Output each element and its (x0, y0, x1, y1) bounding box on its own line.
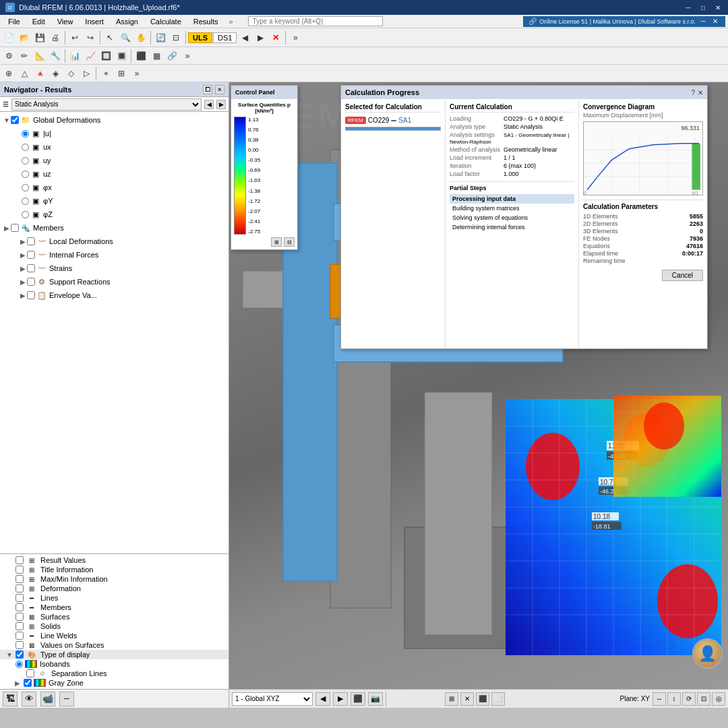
search-input[interactable] (248, 16, 383, 26)
cancel-button[interactable]: Cancel (662, 270, 703, 281)
tb2-6[interactable]: 📈 (83, 49, 98, 63)
cb-strains[interactable] (27, 264, 35, 272)
tb2-9[interactable]: ⬛ (133, 49, 148, 63)
status-center-3[interactable]: ⬛ (476, 692, 489, 706)
maximize-btn[interactable]: □ (698, 3, 708, 12)
tb2-4[interactable]: 🔧 (48, 49, 63, 63)
disp-deformation[interactable]: ⊞ Deformation (0, 584, 229, 593)
cb-maxmin[interactable] (16, 575, 24, 583)
menu-results[interactable]: Results (188, 16, 224, 27)
cb-values-surf[interactable] (16, 641, 24, 649)
disp-sep-lines[interactable]: ⊘ Separation Lines (0, 669, 229, 678)
tree-phiz[interactable]: ▣ φZ (0, 208, 229, 221)
nav-bottom-3[interactable]: 📹 (40, 692, 55, 706)
tree-envelope[interactable]: ▶ 📋 Envelope Va... (0, 289, 229, 302)
toggle-int-forces[interactable]: ▶ (19, 251, 27, 259)
cb-deformation[interactable] (16, 584, 24, 593)
status-center-2[interactable]: ✕ (460, 692, 474, 706)
rotate-btn[interactable]: 🔄 (153, 30, 168, 45)
disp-maxmin-info[interactable]: ⊞ Max/Min Information (0, 574, 229, 584)
cb-support[interactable] (27, 278, 35, 286)
prev-load[interactable]: ◀ (237, 30, 252, 45)
disp-lines[interactable]: ━ Lines (0, 593, 229, 603)
fit-btn[interactable]: ⊡ (169, 30, 183, 45)
radio-uy[interactable] (22, 157, 29, 164)
nav-next-btn[interactable]: ▶ (216, 100, 226, 109)
online-close[interactable]: ✕ (710, 17, 720, 26)
toggle-global-def[interactable]: ▼ (3, 116, 11, 124)
tb3-1[interactable]: ⊕ (1, 66, 16, 81)
calc-close-btn[interactable]: ✕ (698, 89, 703, 96)
status-right-4[interactable]: ⊡ (697, 692, 710, 706)
step-solving[interactable]: Solving system of equations (450, 213, 574, 222)
menu-assign[interactable]: Assign (111, 16, 144, 27)
cp-btn-1[interactable]: ⊞ (271, 237, 282, 247)
tree-global-deformations[interactable]: ▼ 📁 Global Deformations (0, 113, 229, 127)
radio-u-abs[interactable] (22, 130, 29, 138)
tb3-2[interactable]: △ (17, 66, 32, 81)
tb3-3[interactable]: 🔺 (32, 66, 47, 81)
cb-line-welds[interactable] (16, 632, 24, 640)
nav-bottom-1[interactable]: 🏗 (3, 692, 18, 706)
select-btn[interactable]: ↖ (102, 30, 117, 45)
tb2-3[interactable]: 📐 (32, 49, 47, 63)
undo-btn[interactable]: ↩ (67, 30, 82, 45)
nav-restore-btn[interactable]: ⧠ (203, 85, 212, 94)
cb-lines[interactable] (16, 594, 24, 602)
status-nav-btn1[interactable]: ◀ (315, 692, 330, 706)
step-building[interactable]: Building system matrices (450, 204, 574, 213)
tb3-5[interactable]: ◇ (63, 66, 78, 81)
cb-result-values[interactable] (16, 556, 24, 564)
toggle-local-def[interactable]: ▶ (19, 237, 27, 245)
disp-values-surfaces[interactable]: ⊠ Values on Surfaces (0, 640, 229, 650)
tree-internal-forces[interactable]: ▶ 〰 Internal Forces (0, 248, 229, 262)
cb-sep-lines[interactable] (26, 669, 34, 677)
tb2-5[interactable]: 📊 (67, 49, 82, 63)
disp-line-welds[interactable]: ━ Line Welds (0, 631, 229, 640)
status-right-1[interactable]: ↔ (653, 692, 666, 706)
toggle-support[interactable]: ▶ (19, 278, 27, 286)
disp-result-values[interactable]: ⊞ Result Values (0, 555, 229, 565)
viewport-3d[interactable]: RFEM SOLVER (229, 82, 728, 689)
tb2-1[interactable]: ⚙ (1, 49, 16, 63)
disp-gray-zone[interactable]: ▶ Gray Zone (0, 678, 229, 688)
tree-support-reactions[interactable]: ▶ ⚙ Support Reactions (0, 275, 229, 289)
disp-title-info[interactable]: ⊞ Title Information (0, 565, 229, 574)
menu-edit[interactable]: Edit (27, 16, 51, 27)
tb-more[interactable]: » (288, 30, 303, 45)
analysis-select[interactable]: Static Analysis (11, 98, 202, 111)
x-btn[interactable]: ✕ (268, 30, 283, 45)
tree-uy[interactable]: ▣ uy (0, 154, 229, 167)
next-load[interactable]: ▶ (253, 30, 268, 45)
redo-btn[interactable]: ↪ (83, 30, 98, 45)
radio-phiz[interactable] (22, 211, 29, 218)
tb2-7[interactable]: 🔲 (98, 49, 113, 63)
tb3-7[interactable]: ⌖ (98, 66, 113, 81)
disp-solids[interactable]: ⊞ Solids (0, 621, 229, 631)
cb-global-def[interactable] (11, 116, 19, 124)
disp-members[interactable]: ━ Members (0, 603, 229, 612)
tree-u-abs[interactable]: ▣ |u| (0, 127, 229, 140)
disp-surfaces[interactable]: ⊠ Surfaces (0, 612, 229, 621)
cb-surfaces[interactable] (16, 613, 24, 621)
calc-help-btn[interactable]: ? (691, 89, 695, 96)
cb-title-info[interactable] (16, 566, 24, 574)
online-minimize[interactable]: ─ (698, 17, 708, 26)
tree-phix[interactable]: ▣ φx (0, 181, 229, 194)
toggle-envelope[interactable]: ▶ (19, 291, 27, 299)
tb2-more[interactable]: » (180, 49, 195, 63)
tb3-8[interactable]: ⊞ (114, 66, 129, 81)
tb3-4[interactable]: ◈ (48, 66, 63, 81)
nav-bottom-2[interactable]: 👁 (22, 692, 36, 706)
tb3-more[interactable]: » (129, 66, 144, 81)
status-btn3[interactable]: ⬛ (351, 692, 365, 706)
cb-solids[interactable] (16, 622, 24, 630)
nav-bottom-4[interactable]: ╌ (59, 692, 74, 706)
toggle-members[interactable]: ▶ (3, 224, 11, 232)
save-btn[interactable]: 💾 (32, 30, 47, 45)
tb2-8[interactable]: 🔳 (114, 49, 129, 63)
cb-gray-zone[interactable] (24, 679, 32, 687)
viewport-dropdown[interactable]: 1 - Global XYZ (232, 692, 313, 706)
step-determining[interactable]: Determining internal forces (450, 222, 574, 232)
cb-int-forces[interactable] (27, 251, 35, 259)
